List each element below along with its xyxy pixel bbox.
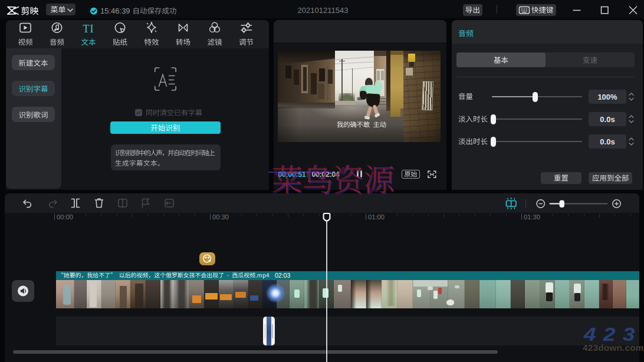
svg-text:TI: TI — [83, 23, 94, 35]
svg-text:0.0s: 0.0s — [600, 115, 615, 124]
svg-text:15:46:39: 15:46:39 — [100, 6, 130, 15]
svg-text:100%: 100% — [597, 93, 617, 101]
svg-text:423: 423 — [583, 324, 642, 344]
svg-text:00:00: 00:00 — [57, 213, 73, 221]
svg-text:202101211543: 202101211543 — [298, 6, 349, 15]
svg-text:423down.com: 423down.com — [583, 343, 644, 353]
svg-text:00:30: 00:30 — [212, 213, 229, 221]
svg-text:01:00: 01:00 — [368, 213, 385, 221]
svg-text:01:30: 01:30 — [524, 213, 540, 221]
svg-text:02:03: 02:03 — [275, 272, 290, 279]
svg-text:0.0s: 0.0s — [600, 137, 615, 146]
